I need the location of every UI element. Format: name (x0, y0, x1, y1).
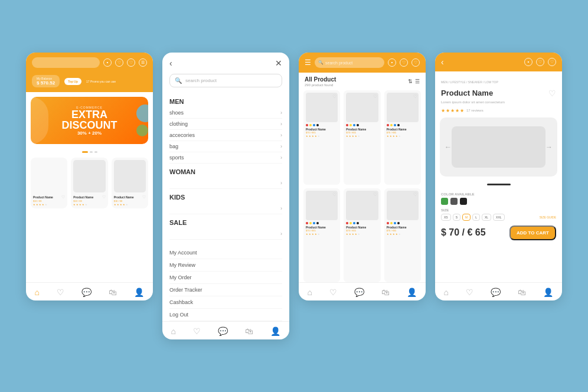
s3-heart-1[interactable]: ♡ (332, 94, 337, 99)
back-icon[interactable]: ‹ (169, 58, 172, 68)
s3-product-3[interactable]: ♡ Product Name $70 / €65 ★★★★★ (384, 90, 421, 185)
menu-item-bag[interactable]: bag › (169, 141, 282, 152)
bag-icon[interactable]: ♡ (411, 58, 420, 67)
s3-product-6[interactable]: ♡ Product Name $70 / €65 ★★★★★ (384, 188, 421, 283)
size-xl[interactable]: XL (482, 214, 491, 221)
product-heart-3[interactable]: ♡ (142, 195, 146, 200)
heart-icon[interactable]: ♡ (536, 58, 544, 66)
menu-item-accessories[interactable]: accecories › (169, 130, 282, 141)
color-label: COLOR AVAILABLE (441, 192, 556, 196)
swatch-green[interactable] (441, 198, 448, 205)
color-yellow (390, 222, 393, 224)
nav-person-icon[interactable]: 👤 (543, 288, 553, 297)
nav-chat-icon[interactable]: 💬 (81, 288, 92, 297)
heart-icon[interactable]: ♡ (115, 58, 123, 67)
nav-home-icon[interactable]: ⌂ (308, 288, 312, 297)
product-title: Product Name (441, 89, 493, 97)
size-guide-link[interactable]: SIZE GUIDE (540, 215, 556, 219)
heart-icon[interactable]: ♡ (400, 58, 408, 67)
menu-item-sports[interactable]: sports › (169, 152, 282, 164)
nav-home-icon[interactable]: ⌂ (35, 288, 40, 297)
size-xxl[interactable]: XXL (493, 214, 504, 221)
s3-product-4[interactable]: ♡ Product Name $70 / €65 ★★★★★ (303, 188, 340, 283)
product-card-1[interactable]: Product Name ♡ $10 / €8 ★ ★ ★ ★ ★ (31, 158, 67, 208)
menu-item-clothing[interactable]: clothing › (169, 119, 282, 130)
home-header-icons: ⚬ ♡ ♡ ☰ (103, 58, 147, 67)
s3-heart-3[interactable]: ♡ (413, 94, 417, 99)
link-order-tracker[interactable]: Order Tracker (169, 284, 282, 296)
s3-product-5[interactable]: ♡ Product Name $70 / €65 ★★★★★ (344, 188, 380, 283)
person-icon[interactable]: ⚬ (103, 58, 112, 67)
nav-heart-icon[interactable]: ♡ (329, 288, 337, 297)
menu-item-sale[interactable]: › (169, 228, 282, 240)
products-search-bar[interactable]: 🔍 search product (315, 57, 384, 68)
menu-icon[interactable]: ☰ (139, 58, 147, 67)
nav-person-icon[interactable]: 👤 (134, 288, 144, 297)
dot-2[interactable] (90, 151, 93, 153)
product-heart-1[interactable]: ♡ (61, 195, 65, 200)
size-m[interactable]: M (462, 214, 471, 221)
menu-label-shoes: shoes (169, 110, 184, 116)
nav-heart-icon[interactable]: ♡ (57, 288, 64, 297)
star: ★ (33, 203, 35, 206)
nav-chat-icon[interactable]: 💬 (354, 288, 364, 297)
prev-image-button[interactable]: ← (445, 143, 452, 151)
hamburger-icon[interactable]: ☰ (305, 58, 311, 67)
s3-heart-6[interactable]: ♡ (413, 192, 417, 197)
dot-1[interactable] (82, 151, 88, 153)
nav-person-icon[interactable]: 👤 (270, 326, 280, 336)
s3-product-2[interactable]: ♡ Product Name $70 / €65 ★★★★★ (344, 90, 380, 185)
account-section: My Account My Review My Order Order Trac… (162, 240, 289, 321)
product-card-2[interactable]: Product Name ♡ $10 / €8 ★★★★★ (71, 158, 107, 208)
size-xs[interactable]: XS (441, 214, 451, 221)
bag-icon[interactable]: ♡ (127, 58, 135, 67)
nav-person-icon[interactable]: 👤 (407, 288, 417, 297)
nav-home-icon[interactable]: ⌂ (444, 288, 449, 297)
nav-chat-icon[interactable]: 💬 (218, 326, 228, 336)
dot-3[interactable] (94, 151, 97, 153)
size-s[interactable]: S (453, 214, 460, 221)
s3-heart-4[interactable]: ♡ (332, 192, 337, 197)
menu-item-kids[interactable]: › (169, 203, 282, 214)
person-icon[interactable]: ⚬ (388, 58, 396, 67)
nav-heart-icon[interactable]: ♡ (193, 326, 201, 336)
next-image-button[interactable]: → (545, 143, 553, 151)
link-my-account[interactable]: My Account (169, 247, 282, 259)
filter-icon[interactable]: ☰ (415, 79, 420, 84)
link-my-order[interactable]: My Order (169, 272, 282, 284)
nav-heart-icon[interactable]: ♡ (466, 288, 473, 297)
size-l[interactable]: L (472, 214, 480, 221)
menu-item-shoes[interactable]: shoes › (169, 107, 282, 119)
swatch-black[interactable] (460, 198, 467, 205)
add-to-cart-button[interactable]: ADD TO CART (509, 226, 556, 240)
link-log-out[interactable]: Log Out (169, 309, 282, 321)
filter-icons: ⇅ ☰ (408, 79, 420, 84)
product-rating-3: ★★★★★ (114, 203, 146, 206)
product-card-3[interactable]: Product Name ♡ $10 / €8 ★★★★★ (112, 158, 148, 208)
nav-bag-icon[interactable]: 🛍 (518, 288, 526, 297)
color-blue (394, 124, 396, 126)
top-up-button[interactable]: Top Up (64, 78, 81, 85)
back-icon[interactable]: ‹ (441, 57, 444, 67)
swatch-gray[interactable] (450, 198, 458, 205)
nav-chat-icon[interactable]: 💬 (491, 288, 501, 297)
menu-item-woman[interactable]: › (169, 178, 282, 189)
nav-bag-icon[interactable]: 🛍 (245, 326, 253, 336)
link-my-review[interactable]: My Review (169, 259, 282, 272)
nav-home-icon[interactable]: ⌂ (171, 326, 176, 336)
product-wishlist-icon[interactable]: ♡ (548, 89, 556, 98)
s3-heart-5[interactable]: ♡ (373, 192, 377, 197)
link-cashback[interactable]: Cashback (169, 296, 282, 309)
nav-bag-icon[interactable]: 🛍 (381, 288, 390, 297)
sort-icon[interactable]: ⇅ (408, 79, 413, 84)
s3-heart-2[interactable]: ♡ (373, 94, 377, 99)
close-icon[interactable]: ✕ (275, 58, 282, 68)
menu-search[interactable]: 🔍 search product (169, 74, 282, 87)
home-search-bar[interactable] (32, 57, 100, 68)
home-header: ⚬ ♡ ♡ ☰ (26, 53, 153, 73)
person-icon[interactable]: ⚬ (524, 58, 533, 66)
bag-icon[interactable]: ♡ (548, 58, 556, 66)
nav-bag-icon[interactable]: 🛍 (109, 288, 117, 297)
product-heart-2[interactable]: ♡ (102, 195, 106, 200)
s3-product-1[interactable]: ♡ Product Name $70 / €65 ★★★★★ (303, 90, 340, 185)
